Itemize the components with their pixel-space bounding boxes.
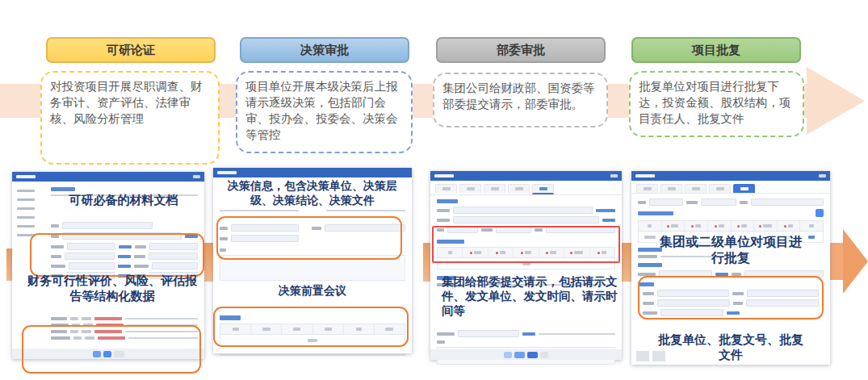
add-button[interactable]: [816, 209, 824, 217]
mini-label: [437, 219, 450, 222]
mini-input[interactable]: [453, 216, 599, 223]
mini-titlebar: [12, 172, 204, 182]
mini-input[interactable]: [657, 290, 729, 297]
mini-form-row: [51, 262, 198, 269]
mini-link[interactable]: [119, 245, 132, 248]
flow-arrow-right-head: [843, 229, 868, 294]
mini-link[interactable]: [727, 311, 740, 315]
mini-textarea[interactable]: [220, 255, 405, 281]
mini-select[interactable]: [231, 235, 299, 242]
mini-form-row: [51, 317, 198, 320]
mini-warning-text: [94, 330, 122, 333]
mini-titlebar: [430, 171, 622, 181]
mini-label: [643, 292, 654, 295]
mini-link[interactable]: [118, 265, 131, 268]
sidebar-item[interactable]: [17, 198, 35, 201]
mini-column-header: [313, 324, 344, 334]
mini-link[interactable]: [596, 209, 615, 212]
mini-input[interactable]: [69, 262, 115, 269]
mini-input[interactable]: [751, 198, 824, 206]
sidebar-item[interactable]: [17, 234, 35, 236]
stage-4-header: 项目批复: [631, 37, 801, 63]
mini-input[interactable]: [657, 299, 730, 307]
mini-warning-text: [96, 324, 124, 327]
sidebar-item[interactable]: [17, 207, 35, 210]
mini-tab[interactable]: [636, 184, 658, 193]
mini-input[interactable]: [149, 243, 198, 250]
mini-tab-active[interactable]: [532, 184, 554, 194]
mini-input[interactable]: [152, 262, 198, 269]
mini-link[interactable]: [602, 219, 615, 222]
mini-input[interactable]: [659, 270, 712, 278]
stage-2-description: 项目单位开展本级决策后上报请示逐级决策，包括部门会审、投办会、投委会、决策会等管…: [236, 71, 413, 153]
mini-input[interactable]: [149, 253, 199, 260]
mini-link[interactable]: [715, 273, 728, 276]
close-icon[interactable]: [610, 174, 618, 177]
mini-input[interactable]: [747, 290, 819, 297]
sidebar-item[interactable]: [17, 190, 35, 192]
close-icon[interactable]: [819, 174, 826, 177]
mini-column-header: [778, 221, 801, 231]
mini-label: [312, 227, 321, 230]
mini-input[interactable]: [447, 226, 478, 233]
pagination-button[interactable]: [114, 351, 124, 357]
mini-input[interactable]: [746, 299, 819, 307]
mini-column-header: [590, 248, 614, 257]
annotation-group-approval: 集团或二级单位对项目进行批复: [659, 234, 803, 266]
mini-tab[interactable]: [660, 184, 682, 193]
mini-empty-row: [438, 258, 614, 269]
mini-input[interactable]: [744, 270, 824, 278]
mini-input[interactable]: [496, 226, 531, 233]
pagination-button[interactable]: [93, 351, 101, 357]
mini-tab[interactable]: [685, 184, 707, 193]
mini-input[interactable]: [62, 222, 153, 229]
close-icon[interactable]: [193, 175, 200, 178]
mini-form-row: [220, 248, 405, 252]
annotation-premeeting: 决策前置会议: [229, 284, 396, 299]
mini-value: [85, 336, 94, 340]
sidebar-item[interactable]: [17, 225, 35, 228]
mini-input[interactable]: [649, 198, 683, 206]
mini-input[interactable]: [546, 226, 615, 233]
mini-button[interactable]: [540, 352, 548, 358]
mini-section-chip[interactable]: [220, 315, 241, 320]
mini-tab[interactable]: [435, 184, 457, 193]
mini-tab-active[interactable]: [733, 184, 755, 193]
mini-input[interactable]: [62, 232, 182, 240]
mini-divider: [127, 324, 198, 326]
mini-button[interactable]: [504, 352, 512, 358]
mini-input[interactable]: [65, 253, 115, 260]
mini-tab[interactable]: [484, 184, 505, 193]
mini-input[interactable]: [458, 330, 519, 337]
mini-input[interactable]: [660, 309, 723, 316]
screenshot-ministry-form: 集团给部委提交请示，包括请示文件、发文单位、发文时间、请示时间等: [430, 171, 622, 360]
sidebar-item[interactable]: [17, 216, 35, 219]
mini-input[interactable]: [325, 224, 405, 232]
mini-section-link[interactable]: [51, 187, 75, 191]
mini-tab[interactable]: [709, 184, 731, 193]
mini-form-row: [51, 324, 198, 327]
screenshot-feasibility-form: 可研必备的材料文档 财务可行性评价、风险、评估报告等结构化数据: [12, 172, 204, 359]
mini-label: [51, 317, 67, 320]
mini-form-row: [437, 226, 615, 233]
mini-tab[interactable]: [459, 184, 481, 193]
mini-select[interactable]: [231, 224, 299, 232]
mini-button[interactable]: [514, 352, 525, 358]
mini-button[interactable]: [527, 352, 538, 358]
stage-1-header: 可研论证: [46, 37, 216, 63]
mini-table-header: [639, 221, 823, 232]
mini-button[interactable]: [636, 351, 649, 361]
mini-input[interactable]: [67, 243, 115, 250]
mini-input[interactable]: [701, 198, 736, 206]
mini-form-row: [643, 309, 819, 316]
mini-tab[interactable]: [508, 184, 530, 193]
mini-form-row: [220, 235, 405, 242]
mini-link[interactable]: [185, 235, 198, 238]
pagination-button[interactable]: [103, 351, 111, 357]
mini-section-label: [638, 282, 654, 286]
stage-3-description: 集团公司给财政部、国资委等部委提交请示，部委审批。: [433, 73, 608, 127]
mini-link[interactable]: [118, 255, 131, 258]
mini-link[interactable]: [522, 332, 535, 336]
mini-input[interactable]: [453, 207, 593, 214]
annotation-approval-doc: 批复单位、批复文号、批复文件: [656, 332, 806, 363]
